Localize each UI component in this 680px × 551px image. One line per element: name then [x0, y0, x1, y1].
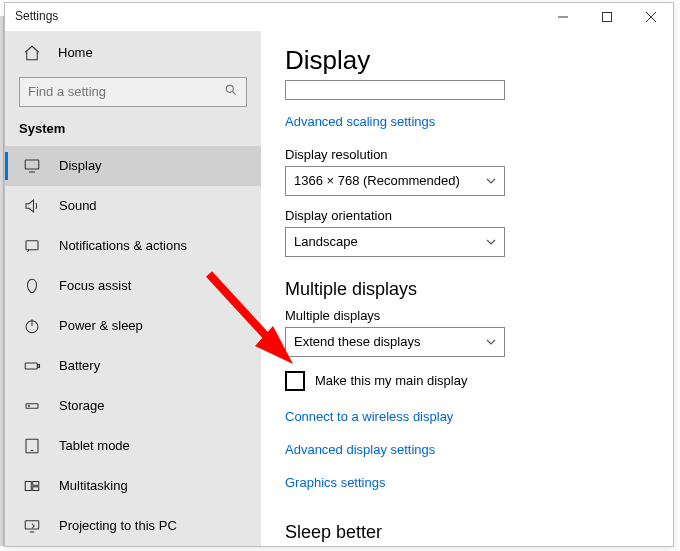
search-input[interactable] [19, 77, 247, 107]
focus-assist-icon [23, 277, 41, 295]
svg-point-4 [226, 86, 233, 93]
svg-rect-19 [33, 487, 39, 491]
home-icon [23, 44, 41, 62]
sidebar-item-label: Storage [59, 398, 105, 413]
sidebar-item-label: Power & sleep [59, 318, 143, 333]
window-title: Settings [15, 9, 58, 23]
sidebar-item-label: Battery [59, 358, 100, 373]
sound-icon [23, 197, 41, 215]
notifications-icon [23, 237, 41, 255]
advanced-display-link[interactable]: Advanced display settings [285, 442, 435, 457]
sidebar-section-label: System [5, 117, 261, 146]
display-icon [23, 157, 41, 175]
home-button[interactable]: Home [5, 33, 261, 73]
sidebar-item-tablet-mode[interactable]: Tablet mode [5, 426, 261, 466]
svg-rect-12 [38, 364, 40, 367]
settings-window: Settings Home [4, 2, 674, 547]
projecting-icon [23, 517, 41, 535]
sidebar: Home System Display [5, 31, 261, 546]
close-button[interactable] [629, 3, 673, 31]
main-display-label: Make this my main display [315, 373, 467, 388]
sidebar-item-notifications[interactable]: Notifications & actions [5, 226, 261, 266]
sidebar-item-label: Notifications & actions [59, 238, 187, 253]
orientation-label: Display orientation [285, 208, 663, 223]
sidebar-item-focus-assist[interactable]: Focus assist [5, 266, 261, 306]
scaling-field[interactable] [285, 80, 505, 100]
battery-icon [23, 357, 41, 375]
minimize-button[interactable] [541, 3, 585, 31]
sidebar-item-storage[interactable]: Storage [5, 386, 261, 426]
sidebar-item-battery[interactable]: Battery [5, 346, 261, 386]
orientation-value: Landscape [294, 234, 358, 249]
svg-point-14 [29, 405, 30, 406]
sidebar-item-projecting[interactable]: Projecting to this PC [5, 506, 261, 546]
resolution-select[interactable]: 1366 × 768 (Recommended) [285, 166, 505, 196]
tablet-icon [23, 437, 41, 455]
multiple-displays-heading: Multiple displays [285, 279, 663, 300]
svg-rect-18 [33, 481, 39, 485]
sidebar-item-label: Focus assist [59, 278, 131, 293]
sidebar-item-label: Multitasking [59, 478, 128, 493]
sleep-better-heading: Sleep better [285, 522, 663, 543]
multiple-displays-select[interactable]: Extend these displays [285, 327, 505, 357]
sidebar-item-label: Sound [59, 198, 97, 213]
sidebar-item-power-sleep[interactable]: Power & sleep [5, 306, 261, 346]
connect-wireless-link[interactable]: Connect to a wireless display [285, 409, 453, 424]
svg-rect-1 [603, 13, 612, 22]
search-field[interactable] [28, 84, 224, 99]
titlebar: Settings [5, 3, 673, 31]
page-title: Display [285, 45, 663, 76]
chevron-down-icon [486, 237, 496, 247]
main-content: Display Advanced scaling settings Displa… [261, 31, 673, 546]
multiple-displays-label: Multiple displays [285, 308, 663, 323]
maximize-button[interactable] [585, 3, 629, 31]
multiple-displays-value: Extend these displays [294, 334, 420, 349]
storage-icon [23, 397, 41, 415]
sidebar-item-label: Display [59, 158, 102, 173]
svg-rect-11 [25, 363, 37, 369]
sidebar-item-sound[interactable]: Sound [5, 186, 261, 226]
svg-rect-17 [25, 481, 31, 490]
graphics-settings-link[interactable]: Graphics settings [285, 475, 385, 490]
chevron-down-icon [486, 176, 496, 186]
sidebar-item-label: Projecting to this PC [59, 518, 177, 533]
resolution-label: Display resolution [285, 147, 663, 162]
svg-rect-8 [26, 241, 38, 250]
svg-rect-13 [26, 404, 38, 409]
svg-rect-6 [25, 160, 39, 169]
search-icon [224, 83, 238, 100]
orientation-select[interactable]: Landscape [285, 227, 505, 257]
main-display-checkbox[interactable] [285, 371, 305, 391]
advanced-scaling-link[interactable]: Advanced scaling settings [285, 114, 435, 129]
home-label: Home [58, 45, 93, 60]
sidebar-item-display[interactable]: Display [5, 146, 261, 186]
chevron-down-icon [486, 337, 496, 347]
svg-line-5 [232, 92, 235, 95]
sidebar-item-label: Tablet mode [59, 438, 130, 453]
resolution-value: 1366 × 768 (Recommended) [294, 173, 460, 188]
power-icon [23, 317, 41, 335]
multitasking-icon [23, 477, 41, 495]
sidebar-item-multitasking[interactable]: Multitasking [5, 466, 261, 506]
